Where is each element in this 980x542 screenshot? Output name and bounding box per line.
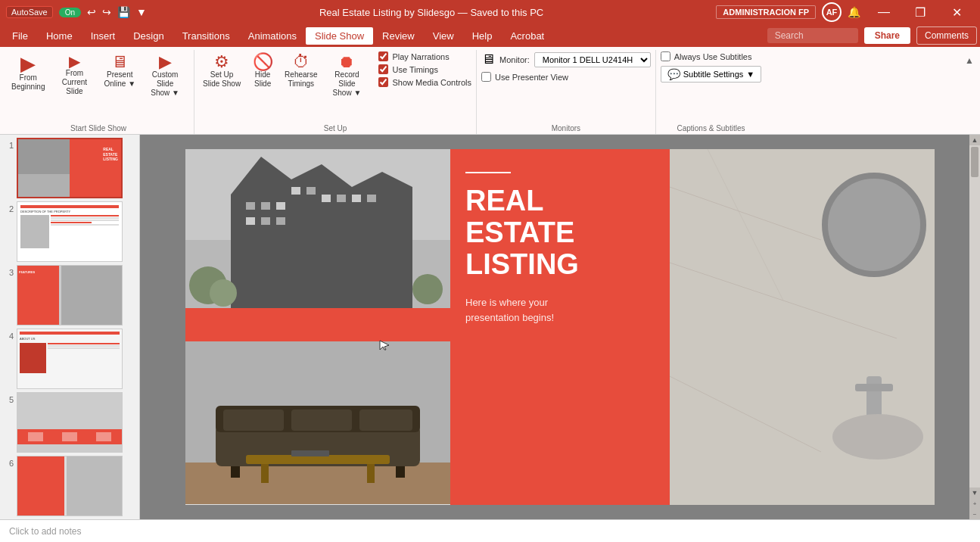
s5-box2 — [62, 432, 77, 441]
slide-image-1[interactable]: REALESTATELISTING — [17, 138, 123, 198]
play-narrations-checkbox[interactable] — [378, 51, 388, 61]
scrollbar-zoom-in-button[interactable]: + — [969, 498, 980, 509]
present-online-label: PresentOnline ▼ — [104, 70, 135, 89]
menu-slideshow[interactable]: Slide Show — [306, 27, 373, 45]
share-button[interactable]: Share — [864, 27, 910, 44]
slide-number-5: 5 — [3, 395, 14, 404]
presenter-view-checkbox-label[interactable]: Use Presenter View — [481, 72, 651, 82]
use-timings-checkbox[interactable] — [378, 64, 388, 74]
slide-number-3: 3 — [3, 268, 14, 277]
s2-bar — [20, 205, 119, 208]
scrollbar-up-button[interactable]: ▲ — [969, 135, 980, 145]
slide-thumb-6[interactable]: 6 — [3, 456, 136, 516]
customize-icon[interactable]: ▼ — [136, 6, 147, 18]
svg-rect-29 — [367, 464, 375, 483]
scrollbar-zoom-out-button[interactable]: − — [969, 509, 980, 519]
always-subtitles-checkbox[interactable] — [661, 51, 670, 61]
ribbon-group-setup-top: ⚙ Set UpSlide Show 🚫 HideSlide ⏱ Rehears… — [199, 51, 471, 123]
slide-image-5[interactable] — [17, 392, 123, 453]
use-timings-checkbox-label[interactable]: Use Timings — [378, 64, 471, 74]
ribbon-group-start-buttons: ▶ FromBeginning ▶ FromCurrent Slide 🖥 Pr… — [8, 51, 189, 123]
menu-bar: File Home Insert Design Transitions Anim… — [0, 24, 980, 47]
menu-help[interactable]: Help — [463, 27, 502, 45]
search-input[interactable] — [767, 28, 858, 43]
slide-thumb-1[interactable]: 1 REALESTATELISTING — [3, 138, 136, 198]
menu-design[interactable]: Design — [124, 27, 173, 45]
custom-slideshow-label: Custom SlideShow ▼ — [145, 70, 185, 98]
show-media-controls-checkbox[interactable] — [378, 77, 388, 87]
scrollbar-down-button[interactable]: ▼ — [969, 487, 980, 498]
setup-slideshow-button[interactable]: ⚙ Set UpSlide Show — [199, 51, 244, 91]
slide-image-6[interactable] — [17, 456, 123, 516]
menu-file[interactable]: File — [3, 27, 37, 45]
slide-image-3[interactable]: FEATURES — [17, 265, 123, 326]
slide-image-2[interactable]: DESCRIPTION OF THE PROPERTY — [17, 201, 123, 262]
undo-icon[interactable]: ↩ — [87, 6, 96, 18]
vertical-scrollbar[interactable]: ▲ ▼ + − — [969, 135, 980, 519]
slide-sofa-image — [185, 341, 450, 504]
ribbon-group-start-slideshow: ▶ FromBeginning ▶ FromCurrent Slide 🖥 Pr… — [3, 50, 194, 134]
s2-lines-group — [51, 215, 119, 248]
ribbon-collapse-button[interactable]: ▲ — [962, 53, 977, 68]
play-narrations-checkbox-label[interactable]: Play Narrations — [378, 51, 471, 61]
scrollbar-thumb[interactable] — [971, 147, 978, 177]
menu-animations[interactable]: Animations — [239, 27, 306, 45]
slide-thumb-5[interactable]: 5 — [3, 392, 136, 453]
save-icon[interactable]: 💾 — [117, 6, 130, 18]
menu-transitions[interactable]: Transitions — [173, 27, 239, 45]
slide-thumb-4[interactable]: 4 ABOUT US — [3, 329, 136, 389]
svg-rect-22 — [231, 466, 240, 478]
menu-review[interactable]: Review — [373, 27, 424, 45]
redo-icon[interactable]: ↪ — [102, 6, 111, 18]
autosave-status[interactable]: On — [59, 8, 81, 17]
from-current-button[interactable]: ▶ FromCurrent Slide — [50, 51, 98, 98]
from-beginning-icon: ▶ — [20, 54, 36, 73]
menu-insert[interactable]: Insert — [82, 27, 125, 45]
slide-panel[interactable]: 1 REALESTATELISTING 2 DESCRIPTION OF THE… — [0, 135, 140, 519]
slide-number-2: 2 — [3, 204, 14, 213]
menu-home[interactable]: Home — [37, 27, 82, 45]
svg-rect-26 — [359, 410, 412, 431]
slide-image-4[interactable]: ABOUT US — [17, 329, 123, 389]
s6-orange — [17, 456, 64, 516]
play-narrations-label-text: Play Narrations — [392, 52, 449, 61]
subtitle-settings-dropdown-icon: ▼ — [746, 70, 754, 79]
slide-thumb-3[interactable]: 3 FEATURES — [3, 265, 136, 326]
comments-button[interactable]: Comments — [916, 26, 977, 45]
presenter-view-checkbox[interactable] — [481, 72, 491, 82]
svg-rect-35 — [855, 384, 893, 391]
user-avatar[interactable]: AF — [822, 2, 842, 22]
show-media-controls-checkbox-label[interactable]: Show Media Controls — [378, 77, 471, 87]
from-beginning-button[interactable]: ▶ FromBeginning — [8, 51, 48, 94]
building-svg — [185, 149, 450, 308]
always-subtitles-checkbox-label[interactable]: Always Use Subtitles — [661, 51, 761, 61]
monitor-dropdown[interactable]: Monitor 1 DELL U2414H — [534, 52, 651, 67]
close-button[interactable]: ✕ — [939, 0, 974, 24]
ribbon-collapse-icon[interactable]: 🔔 — [848, 6, 860, 18]
record-slideshow-button[interactable]: ⏺ Record SlideShow ▼ — [322, 51, 371, 100]
bathroom-svg — [670, 149, 935, 505]
setup-slideshow-label: Set UpSlide Show — [203, 70, 241, 89]
minimize-button[interactable]: — — [866, 0, 901, 24]
menu-acrobat[interactable]: Acrobat — [501, 27, 553, 45]
slide-bathroom-photo — [670, 149, 935, 505]
slide-thumb-2[interactable]: 2 DESCRIPTION OF THE PROPERTY — [3, 201, 136, 262]
present-online-button[interactable]: 🖥 PresentOnline ▼ — [100, 51, 139, 91]
menu-view[interactable]: View — [424, 27, 463, 45]
custom-slideshow-button[interactable]: ▶ Custom SlideShow ▼ — [141, 51, 189, 100]
svg-rect-12 — [337, 195, 346, 202]
subtitle-settings-button[interactable]: 💬 Subtitle Settings ▼ — [661, 66, 761, 83]
s5-bar — [17, 429, 122, 444]
monitor-select-row: 🖥 Monitor: Monitor 1 DELL U2414H — [481, 51, 651, 67]
hide-slide-icon: 🚫 — [253, 54, 273, 70]
svg-rect-5 — [276, 202, 285, 210]
svg-rect-25 — [291, 410, 352, 431]
title-bar-left: AutoSave On ↩ ↪ 💾 ▼ — [6, 6, 147, 18]
maximize-button[interactable]: ❐ — [903, 0, 938, 24]
notes-bar[interactable]: Click to add notes — [0, 519, 980, 542]
ribbon-group-monitors-top: 🖥 Monitor: Monitor 1 DELL U2414H Use Pre… — [481, 51, 651, 123]
hide-slide-button[interactable]: 🚫 HideSlide — [246, 51, 279, 91]
present-online-icon: 🖥 — [111, 54, 128, 70]
rehearse-timings-icon: ⏱ — [293, 54, 310, 70]
rehearse-timings-button[interactable]: ⏱ RehearseTimings — [281, 51, 321, 91]
